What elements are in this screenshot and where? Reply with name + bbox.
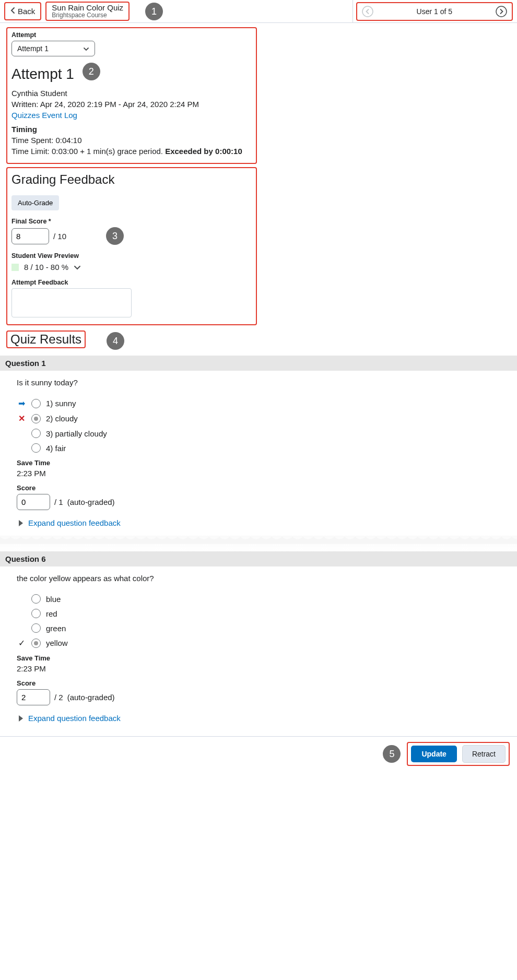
callout-5: 5 <box>383 745 401 763</box>
x-icon: ✕ <box>18 414 25 423</box>
q6-option-3: green <box>17 623 503 633</box>
q1-auto-graded: (auto-graded) <box>67 498 115 506</box>
user-pager: User 1 of 5 <box>352 0 517 22</box>
student-name: Cynthia Student <box>11 89 252 98</box>
radio-icon <box>31 399 41 408</box>
auto-grade-button[interactable]: Auto-Grade <box>11 195 59 210</box>
callout-2: 2 <box>83 63 100 80</box>
quiz-results-heading-box: Quiz Results <box>6 330 86 348</box>
question-6-header: Question 6 <box>0 551 517 566</box>
q6-expand-feedback[interactable]: Expand question feedback <box>19 714 503 723</box>
pager-label: User 1 of 5 <box>375 7 494 16</box>
q6-option-2: red <box>17 609 503 618</box>
q1-option-1: ➡ 1) sunny <box>17 398 503 408</box>
preview-label: Student View Preview <box>11 252 252 259</box>
triangle-right-icon <box>19 520 23 526</box>
page-subtitle: Brightspace Course <box>52 12 123 19</box>
radio-icon <box>31 609 41 618</box>
q6-option-4: ✓ yellow <box>17 638 503 648</box>
quizzes-event-log-link[interactable]: Quizzes Event Log <box>11 111 252 120</box>
q6-save-time-label: Save Time <box>17 654 503 662</box>
svg-point-0 <box>362 6 373 17</box>
callout-3: 3 <box>106 227 124 245</box>
radio-icon <box>31 623 41 633</box>
q1-score-denom: / 1 <box>54 498 63 506</box>
callout-4: 4 <box>107 332 124 350</box>
q1-save-time: 2:23 PM <box>17 469 503 478</box>
question-1-header: Question 1 <box>0 356 517 371</box>
final-score-denom: / 10 <box>53 232 66 241</box>
radio-selected-icon <box>31 414 41 423</box>
q1-option-3: 3) partially cloudy <box>17 429 503 438</box>
radio-icon <box>31 429 41 438</box>
next-user-button[interactable] <box>494 4 509 19</box>
radio-icon <box>31 443 41 453</box>
attempt-feedback-label: Attempt Feedback <box>11 279 252 286</box>
q1-score-label: Score <box>17 484 503 492</box>
student-view-preview[interactable]: 8 / 10 - 80 % <box>11 263 252 271</box>
question-6-prompt: the color yellow appears as what color? <box>17 574 503 583</box>
q1-score-input[interactable] <box>17 494 50 510</box>
attempt-heading: Attempt 1 <box>11 66 74 82</box>
time-exceeded: Exceeded by 0:00:10 <box>165 147 242 156</box>
torn-divider <box>0 536 517 551</box>
q1-save-time-label: Save Time <box>17 459 503 467</box>
chevron-down-icon <box>74 263 81 271</box>
q6-auto-graded: (auto-graded) <box>67 693 115 702</box>
q6-score-denom: / 2 <box>54 693 63 702</box>
prev-user-button[interactable] <box>360 4 375 19</box>
grading-heading: Grading Feedback <box>11 172 252 187</box>
question-6-body: the color yellow appears as what color? … <box>6 566 511 731</box>
callout-1: 1 <box>145 3 163 20</box>
q1-option-4: 4) fair <box>17 443 503 453</box>
q6-score-label: Score <box>17 679 503 687</box>
question-1-body: Is it sunny today? ➡ 1) sunny ✕ 2) cloud… <box>6 371 511 536</box>
chevron-down-icon <box>83 44 89 53</box>
back-label: Back <box>18 7 35 16</box>
question-1-prompt: Is it sunny today? <box>17 378 503 387</box>
q1-expand-feedback[interactable]: Expand question feedback <box>19 518 503 527</box>
q6-score-input[interactable] <box>17 689 50 705</box>
checkmark-icon: ✓ <box>18 638 25 648</box>
time-limit: Time Limit: 0:03:00 + 1 min(s) grace per… <box>11 147 252 156</box>
update-button[interactable]: Update <box>411 746 456 762</box>
back-button[interactable]: Back <box>4 2 41 20</box>
triangle-right-icon <box>19 715 23 722</box>
time-spent: Time Spent: 0:04:10 <box>11 136 252 145</box>
written-range: Written: Apr 24, 2020 2:19 PM - Apr 24, … <box>11 100 252 109</box>
final-score-label: Final Score * <box>11 218 252 225</box>
attempt-select[interactable]: Attempt 1 <box>11 41 95 56</box>
svg-point-1 <box>496 6 507 17</box>
preview-text: 8 / 10 - 80 % <box>24 263 68 271</box>
attempt-select-value: Attempt 1 <box>17 44 49 53</box>
q6-option-1: blue <box>17 594 503 604</box>
attempt-label: Attempt <box>11 31 252 39</box>
arrow-right-icon: ➡ <box>18 398 25 408</box>
attempt-feedback-input[interactable] <box>11 288 132 317</box>
timing-label: Timing <box>11 125 252 134</box>
grading-section: Grading Feedback Auto-Grade Final Score … <box>6 167 257 325</box>
q6-save-time: 2:23 PM <box>17 664 503 673</box>
footer-bar: 5 Update Retract <box>0 736 517 771</box>
page-title: Sun Rain Color Quiz <box>52 4 123 13</box>
breadcrumb-title: Sun Rain Color Quiz Brightspace Course <box>45 2 130 21</box>
radio-icon <box>31 594 41 604</box>
attempt-section: Attempt Attempt 1 Attempt 1 2 Cynthia St… <box>6 27 257 164</box>
chevron-left-icon <box>10 7 16 16</box>
q1-option-2: ✕ 2) cloudy <box>17 414 503 423</box>
preview-swatch-icon <box>11 264 19 271</box>
quiz-results-heading: Quiz Results <box>10 332 81 347</box>
final-score-input[interactable] <box>11 228 49 244</box>
radio-selected-icon <box>31 639 41 648</box>
retract-button[interactable]: Retract <box>462 745 506 763</box>
top-bar: Back Sun Rain Color Quiz Brightspace Cou… <box>0 0 517 23</box>
